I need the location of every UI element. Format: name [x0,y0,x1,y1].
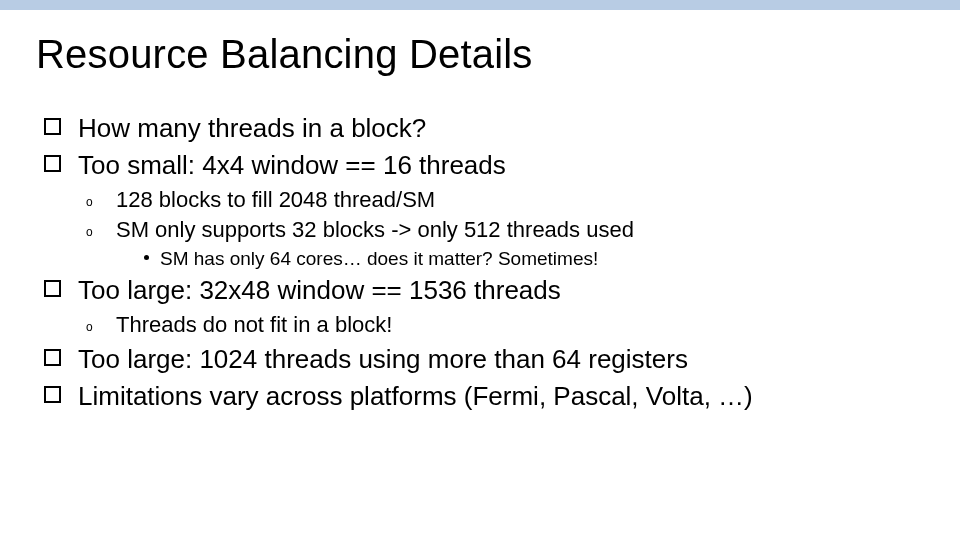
bullet-list: How many threads in a block? Too small: … [36,111,924,414]
bullet-text: Too large: 1024 threads using more than … [78,344,688,374]
sub-sub-list: SM has only 64 cores… does it matter? So… [116,246,924,272]
bullet-item: Too large: 32x48 window == 1536 threads … [44,273,924,340]
sub-item: o 128 blocks to fill 2048 thread/SM [86,185,924,215]
sub-text: Threads do not fit in a block! [116,312,392,337]
slide-content: Resource Balancing Details How many thre… [0,10,960,414]
sub-list: o 128 blocks to fill 2048 thread/SM o SM… [78,185,924,271]
sub-sub-item: SM has only 64 cores… does it matter? So… [144,246,924,272]
square-bullet-icon [44,155,61,172]
square-bullet-icon [44,386,61,403]
sub-item: o SM only supports 32 blocks -> only 512… [86,215,924,271]
circle-bullet-icon: o [86,321,93,333]
dot-bullet-icon [144,255,149,260]
circle-bullet-icon: o [86,226,93,238]
square-bullet-icon [44,118,61,135]
bullet-text: Too small: 4x4 window == 16 threads [78,150,506,180]
sub-text: SM only supports 32 blocks -> only 512 t… [116,217,634,242]
slide-title: Resource Balancing Details [36,32,924,77]
bullet-item: Too large: 1024 threads using more than … [44,342,924,377]
circle-bullet-icon: o [86,196,93,208]
sub-sub-text: SM has only 64 cores… does it matter? So… [160,248,598,269]
sub-list: o Threads do not fit in a block! [78,310,924,340]
bullet-item: Too small: 4x4 window == 16 threads o 12… [44,148,924,271]
sub-text: 128 blocks to fill 2048 thread/SM [116,187,435,212]
square-bullet-icon [44,280,61,297]
bullet-text: Limitations vary across platforms (Fermi… [78,381,753,411]
bullet-item: How many threads in a block? [44,111,924,146]
sub-item: o Threads do not fit in a block! [86,310,924,340]
bullet-text: How many threads in a block? [78,113,426,143]
bullet-text: Too large: 32x48 window == 1536 threads [78,275,561,305]
accent-bar [0,0,960,10]
square-bullet-icon [44,349,61,366]
bullet-item: Limitations vary across platforms (Fermi… [44,379,924,414]
